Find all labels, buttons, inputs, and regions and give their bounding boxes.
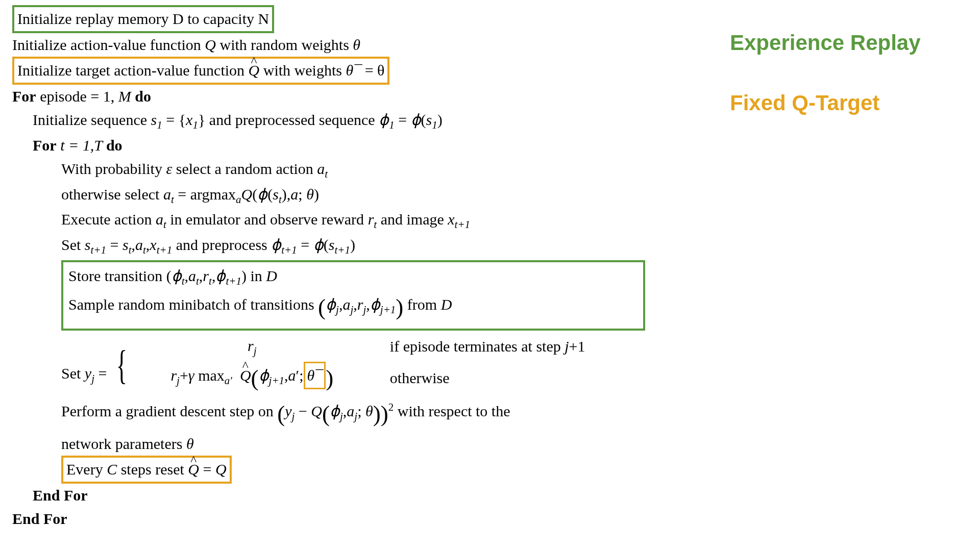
line-epsilon: With probability ε select a random actio… <box>61 157 645 183</box>
box-experience-replay-steps: Store transition (ϕt,at,rt,ϕt+1) in D Sa… <box>61 260 645 330</box>
line-store-transition: Store transition (ϕt,at,rt,ϕt+1) in D <box>68 264 638 290</box>
line-for-episode: For episode = 1, M do <box>12 85 645 109</box>
legend-fixed-q-target: Fixed Q-Target <box>730 91 944 115</box>
legend: Experience Replay Fixed Q-Target <box>730 31 944 115</box>
algorithm-slide: Experience Replay Fixed Q-Target Initial… <box>0 0 980 551</box>
line-end-for-inner: End For <box>33 484 645 508</box>
line-end-for-outer: End For <box>12 507 645 531</box>
line-otherwise-argmax: otherwise select at = argmaxaQ(ϕ(st),a; … <box>61 183 645 208</box>
line-set-yj: Set yj = { rj if episode terminates at s… <box>61 334 645 397</box>
line-reset-target: Every C steps reset Q = Q <box>61 456 232 484</box>
line-sample-minibatch: Sample random minibatch of transitions (… <box>68 290 638 325</box>
line-network-params: network parameters θ <box>61 432 645 456</box>
line-execute: Execute action at in emulator and observ… <box>61 208 645 233</box>
legend-experience-replay: Experience Replay <box>730 31 944 55</box>
line-init-target-q: Initialize target action-value function … <box>12 57 389 85</box>
line-set-st1: Set st+1 = st,at,xt+1 and preprocess ϕt+… <box>61 233 645 259</box>
line-for-t: For t = 1,T do <box>33 134 645 158</box>
algorithm-text: Initialize replay memory D to capacity N… <box>12 5 645 531</box>
theta-minus-highlight: θ¯ <box>304 362 326 389</box>
line-init-q: Initialize action-value function Q with … <box>12 33 645 57</box>
line-init-sequence: Initialize sequence s1 = {x1} and prepro… <box>33 108 645 134</box>
line-gradient-step: Perform a gradient descent step on (yj −… <box>61 396 645 432</box>
line-init-replay-memory: Initialize replay memory D to capacity N <box>12 5 274 33</box>
